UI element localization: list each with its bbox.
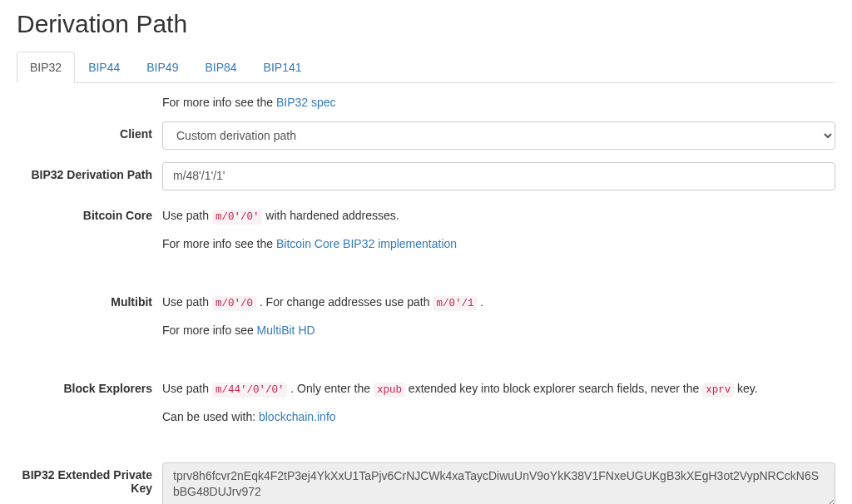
multibit-link[interactable]: MultiBit HD [257,324,315,337]
multibit-line1: Use path m/0'/0 . For change addresses u… [162,289,835,309]
client-label: Client [17,121,162,141]
xprv-label: BIP32 Extended Private Key [17,462,162,495]
client-select[interactable]: Custom derivation path [162,121,835,150]
intro-text: For more info see the BIP32 spec [162,96,835,109]
block-explorers-label: Block Explorers [17,376,162,395]
bitcoin-core-path-code: m/0'/0' [212,210,263,225]
blockchain-info-link[interactable]: blockchain.info [259,410,336,423]
multibit-path2-code: m/0'/1 [433,296,477,311]
bip32-spec-link[interactable]: BIP32 spec [276,96,336,109]
tab-bip32[interactable]: BIP32 [17,52,75,83]
multibit-line2: For more info see MultiBit HD [162,318,835,337]
xprv-code: xprv [702,383,734,398]
xpub-code: xpub [374,383,405,398]
page-title: Derivation Path [17,10,835,38]
block-explorers-line1: Use path m/44'/0'/0' . Only enter the xp… [162,376,835,396]
bitcoin-core-link[interactable]: Bitcoin Core BIP32 implementation [276,237,457,250]
bitcoin-core-line2: For more info see the Bitcoin Core BIP32… [162,231,835,250]
derivation-path-input[interactable] [162,162,835,190]
bitcoin-core-label: Bitcoin Core [17,203,162,222]
derivation-path-label: BIP32 Derivation Path [17,162,162,181]
tab-bip141[interactable]: BIP141 [250,52,315,83]
explorer-path-code: m/44'/0'/0' [212,383,288,398]
bitcoin-core-line1: Use path m/0'/0' with hardened addresses… [162,203,835,223]
tab-bip84[interactable]: BIP84 [191,52,250,83]
xprv-textarea[interactable]: tprv8h6fcvr2nEqk4F2tP3ej4YkXxU1TaPjv6CrN… [162,462,835,504]
tab-bip49[interactable]: BIP49 [133,52,191,83]
tab-bip44[interactable]: BIP44 [75,52,133,83]
multibit-path1-code: m/0'/0 [212,296,256,311]
derivation-tabs: BIP32 BIP44 BIP49 BIP84 BIP141 [17,52,835,83]
multibit-label: Multibit [17,289,162,309]
block-explorers-line2: Can be used with: blockchain.info [162,404,835,423]
